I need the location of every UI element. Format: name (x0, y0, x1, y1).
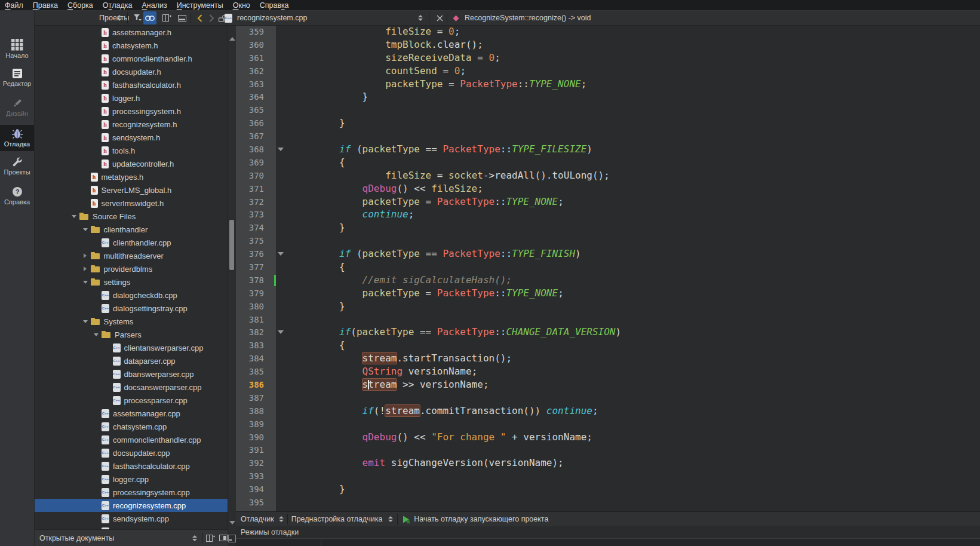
code-line[interactable]: packetType = PacketType::TYPE_NONE; (276, 287, 980, 300)
nav-panel-selector-arrows[interactable] (117, 11, 122, 25)
code-line[interactable]: emit sigChangeVersion(versionName); (276, 456, 980, 470)
code-line[interactable]: { (276, 339, 980, 352)
tree-item[interactable]: Source Files (34, 210, 228, 223)
code-line[interactable]: QString versionName; (276, 365, 980, 378)
fold-marker-icon[interactable] (278, 148, 284, 151)
code-line[interactable]: fileSize = 0; (276, 25, 980, 38)
nav-panel-selector[interactable]: Проекты (99, 11, 129, 25)
tree-item[interactable]: C++processingsystem.cpp (34, 486, 228, 499)
updown-icon[interactable] (279, 516, 284, 522)
filter-button[interactable] (131, 11, 144, 25)
tree-item[interactable]: hcommonclienthandler.h (34, 52, 228, 65)
code-line[interactable]: stream >> versionName; (276, 378, 980, 391)
nav-back-button[interactable] (193, 11, 206, 25)
chevron-right-icon[interactable] (80, 253, 91, 258)
code-line[interactable]: packetType = PacketType::TYPE_NONE; (276, 195, 980, 208)
open-docs-close-button[interactable] (219, 535, 228, 541)
sidebar-mode-help[interactable]: ?Справка (0, 182, 34, 210)
chevron-down-icon[interactable] (80, 228, 91, 231)
tree-item[interactable]: C++dialogcheckdb.cpp (34, 289, 228, 302)
code-line[interactable] (276, 103, 980, 116)
tree-item[interactable]: C++dataparser.cpp (34, 354, 228, 367)
open-docs-split-button[interactable] (206, 535, 215, 542)
tree-item[interactable]: hfasthashcalculator.h (34, 78, 228, 91)
tree-item[interactable]: C++tools.cpp (34, 525, 228, 529)
code-editor[interactable]: 3593603613623633643653663673683693703713… (236, 25, 980, 511)
code-line[interactable]: if (packetType == PacketType::TYPE_FILES… (276, 143, 980, 156)
code-line[interactable]: //emit sigCalculateHash(); (276, 274, 980, 287)
menu-item-build[interactable]: Сборка (63, 0, 98, 10)
tree-item[interactable]: C++clientanswerparser.cpp (34, 341, 228, 354)
scroll-up-icon[interactable] (229, 27, 235, 38)
open-document-arrows[interactable] (418, 11, 423, 25)
code-line[interactable]: continue; (276, 208, 980, 221)
debugger-preset-combo[interactable]: Преднастройка отладчика (291, 515, 383, 523)
code-line[interactable]: { (276, 156, 980, 169)
tree-item[interactable]: C++logger.cpp (34, 473, 228, 486)
code-line[interactable]: } (276, 300, 980, 313)
updown-icon[interactable] (388, 516, 393, 522)
code-line[interactable]: if(packetType == PacketType::CHANGE_DATA… (276, 326, 980, 339)
tree-item[interactable]: C++dialogsettingstray.cpp (34, 302, 228, 315)
tree-item[interactable]: hassetsmanager.h (34, 26, 228, 39)
tree-item[interactable]: hupdatecontroller.h (34, 157, 228, 170)
scrollbar-thumb[interactable] (229, 220, 234, 270)
tree-item[interactable]: hServerLMS_global.h (34, 183, 228, 197)
tree-item[interactable]: C++assetsmanager.cpp (34, 407, 228, 420)
tree-item[interactable]: hmetatypes.h (34, 170, 228, 183)
tree-item[interactable]: hsendsystem.h (34, 131, 228, 144)
code-line[interactable]: { (276, 260, 980, 274)
tree-item[interactable]: multithreadserver (34, 249, 228, 262)
tree-item[interactable]: hlogger.h (34, 91, 228, 105)
sidebar-mode-projects[interactable]: Проекты (0, 152, 34, 180)
tree-item[interactable]: C++sendsystem.cpp (34, 512, 228, 525)
code-line[interactable] (276, 444, 980, 457)
chevron-down-icon[interactable] (80, 320, 91, 323)
fold-marker-icon[interactable] (278, 330, 284, 334)
tree-item[interactable]: hrecognizesystem.h (34, 118, 228, 131)
split-button[interactable] (160, 11, 173, 25)
code-line[interactable]: countSend = 0; (276, 65, 980, 78)
code-line[interactable] (276, 496, 980, 509)
tree-item[interactable]: C++clienthandler.cpp (34, 236, 228, 249)
tree-item[interactable]: C++chatsystem.cpp (34, 420, 228, 433)
code-line[interactable]: qDebug() << fileSize; (276, 182, 980, 195)
tree-item[interactable]: C++dbanswerparser.cpp (34, 367, 228, 381)
start-debug-label[interactable]: Начать отладку запускающего проекта (414, 515, 548, 523)
fold-marker-icon[interactable] (278, 252, 284, 256)
tree-item[interactable]: Systems (34, 315, 228, 328)
tree-item[interactable]: clienthandler (34, 223, 228, 236)
tree-item[interactable]: C++docsupdater.cpp (34, 446, 228, 459)
code-line[interactable] (276, 130, 980, 143)
code-line[interactable] (276, 234, 980, 247)
tree-item[interactable]: providerdblms (34, 262, 228, 275)
tree-item[interactable]: C++commonclienthandler.cpp (34, 433, 228, 446)
chevron-right-icon[interactable] (80, 266, 91, 271)
menu-item-help[interactable]: Справка (255, 0, 294, 10)
code-line[interactable]: qDebug() << "For change " + versionName; (276, 431, 980, 444)
menu-item-debug[interactable]: Отладка (98, 0, 137, 10)
menu-item-analyze[interactable]: Анализ (137, 0, 172, 10)
code-line[interactable]: tmpBlock.clear(); (276, 38, 980, 51)
tree-item[interactable]: hserverlmswidget.h (34, 197, 228, 210)
code-area[interactable]: fileSize = 0; tmpBlock.clear(); sizeRece… (276, 25, 980, 511)
tree-item[interactable]: settings (34, 275, 228, 289)
open-documents-header[interactable]: Открытые документы (34, 529, 228, 546)
code-line[interactable]: packetType = PacketType::TYPE_NONE; (276, 78, 980, 91)
tree-item[interactable]: C++docsanswerparser.cpp (34, 381, 228, 394)
sidebar-mode-edit[interactable]: Редактор (0, 64, 34, 91)
open-document-selector[interactable]: recognizesystem.cpp (237, 11, 307, 25)
menu-item-tools[interactable]: Инструменты (172, 0, 228, 10)
code-line[interactable]: sizeReceiveData = 0; (276, 51, 980, 65)
tree-item[interactable]: hdocsupdater.h (34, 65, 228, 78)
code-line[interactable]: if (packetType == PacketType::TYPE_FINIS… (276, 247, 980, 260)
tree-item[interactable]: htools.h (34, 144, 228, 157)
code-line[interactable]: } (276, 221, 980, 234)
tree-item[interactable]: C++fasthashcalculator.cpp (34, 459, 228, 473)
panel-corner-icon[interactable] (228, 535, 236, 542)
code-line[interactable]: stream.startTransaction(); (276, 352, 980, 365)
debugger-combo[interactable]: Отладчик (241, 515, 274, 523)
tree-item[interactable]: hprocessingsystem.h (34, 105, 228, 118)
code-line[interactable] (276, 391, 980, 404)
code-line[interactable] (276, 470, 980, 483)
